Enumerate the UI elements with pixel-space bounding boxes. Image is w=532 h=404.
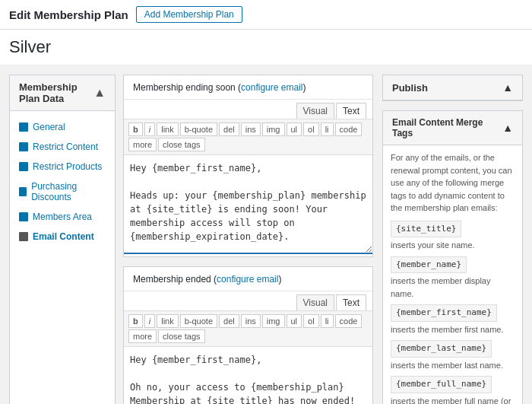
- membership-plan-data-box: Membership Plan Data ▲ General Restrict …: [9, 75, 116, 404]
- restrict-content-icon: [19, 142, 28, 151]
- link-btn-2[interactable]: link: [157, 314, 179, 328]
- merge-tag-desc-member-first-name: inserts the member first name.: [391, 323, 515, 336]
- right-sidebar: Publish ▲ Email Content Merge Tags ▲ For…: [382, 75, 523, 404]
- code-btn-2[interactable]: code: [335, 314, 363, 328]
- merge-tag-desc-member-name: inserts the member display name.: [391, 275, 515, 300]
- editor-toolbar-2: b i link b-quote del ins img ul ol li co…: [124, 311, 372, 347]
- ended-section: Membership ended (configure email) Visua…: [123, 266, 373, 404]
- del-btn-2[interactable]: del: [219, 314, 239, 328]
- full-layout: Membership Plan Data ▲ General Restrict …: [0, 65, 532, 404]
- members-area-icon: [19, 212, 28, 221]
- publish-header: Publish ▲: [383, 75, 522, 100]
- merge-tag-desc-member-last-name: inserts the member last name.: [391, 359, 515, 372]
- sidebar-label-members-area: Members Area: [33, 212, 92, 222]
- sidebar-nav: General Restrict Content Restrict Produc…: [10, 111, 115, 253]
- close-tags-btn-1[interactable]: close tags: [158, 138, 205, 151]
- publish-box: Publish ▲: [382, 75, 523, 101]
- page-title: Edit Membership Plan: [9, 8, 128, 21]
- merge-tag-desc-member-full-name: inserts the member full name (or display…: [391, 395, 515, 405]
- merge-tags-header: Email Content Merge Tags ▲: [383, 111, 522, 145]
- configure-email-link-1[interactable]: configure email: [241, 82, 302, 93]
- merge-tags-box: Email Content Merge Tags ▲ For any of th…: [382, 110, 523, 404]
- sidebar-toggle-icon[interactable]: ▲: [93, 86, 106, 100]
- sidebar-title: Membership Plan Data: [19, 81, 93, 104]
- ol-btn-2[interactable]: ol: [303, 314, 319, 328]
- sidebar-item-general[interactable]: General: [10, 117, 115, 137]
- sidebar-item-email-content[interactable]: Email Content: [10, 227, 115, 247]
- sidebar-label-email-content: Email Content: [33, 231, 94, 242]
- ended-title: Membership ended (configure email): [133, 274, 281, 285]
- del-btn-1[interactable]: del: [219, 122, 239, 136]
- bquote-btn-2[interactable]: b-quote: [180, 314, 217, 328]
- configure-email-link-2[interactable]: configure email: [217, 274, 278, 285]
- code-btn-1[interactable]: code: [335, 122, 363, 136]
- merge-tags-content: For any of the emails, or the renewal pr…: [383, 145, 522, 404]
- close-tags-btn-2[interactable]: close tags: [158, 329, 205, 343]
- left-area: Membership Plan Data ▲ General Restrict …: [9, 75, 373, 404]
- merge-tags-intro: For any of the emails, or the renewal pr…: [391, 151, 515, 215]
- publish-toggle-icon[interactable]: ▲: [502, 81, 513, 94]
- text-tab-2[interactable]: Text: [336, 294, 366, 310]
- publish-title: Publish: [392, 82, 428, 94]
- sidebar-item-restrict-products[interactable]: Restrict Products: [10, 157, 115, 177]
- ul-btn-2[interactable]: ul: [287, 314, 302, 328]
- ended-editor[interactable]: Hey {member_first_name}, Oh no, your acc…: [124, 347, 372, 404]
- ul-btn-1[interactable]: ul: [287, 122, 302, 136]
- sidebar-label-purchasing-discounts: Purchasing Discounts: [31, 181, 106, 202]
- sidebar-header: Membership Plan Data ▲: [10, 75, 115, 111]
- sidebar-item-members-area[interactable]: Members Area: [10, 207, 115, 227]
- ending-soon-editor[interactable]: Hey {member_first_name}, Heads up: your …: [124, 155, 372, 254]
- visual-tab-1[interactable]: Visual: [296, 103, 334, 119]
- italic-btn-2[interactable]: i: [144, 314, 155, 328]
- page-wrapper: Edit Membership Plan Add Membership Plan…: [0, 0, 532, 404]
- editor-tabs-2: Visual Text: [124, 291, 372, 311]
- editor-toolbar-1: b i link b-quote del ins img ul ol li co…: [124, 119, 372, 155]
- li-btn-2[interactable]: li: [321, 314, 334, 328]
- restrict-products-icon: [19, 162, 28, 171]
- merge-tag-code-member-name: {member_name}: [391, 256, 467, 274]
- merge-tag-code-member-first-name: {member_first_name}: [391, 304, 497, 322]
- bquote-btn-1[interactable]: b-quote: [180, 122, 217, 136]
- ending-soon-section: Membership ending soon (configure email)…: [123, 75, 373, 257]
- text-tab-1[interactable]: Text: [336, 103, 366, 119]
- sidebar-item-restrict-content[interactable]: Restrict Content: [10, 137, 115, 157]
- bold-btn-2[interactable]: b: [128, 314, 143, 328]
- sidebar-label-restrict-products: Restrict Products: [33, 161, 102, 172]
- more-btn-1[interactable]: more: [128, 138, 157, 151]
- link-btn-1[interactable]: link: [157, 122, 179, 136]
- merge-tag-member-full-name: {member_full_name} inserts the member fu…: [391, 376, 515, 404]
- merge-tag-member-last-name: {member_last_name} inserts the member la…: [391, 340, 515, 371]
- ins-btn-1[interactable]: ins: [241, 122, 261, 136]
- ol-btn-1[interactable]: ol: [303, 122, 319, 136]
- ins-btn-2[interactable]: ins: [241, 314, 261, 328]
- editor-tabs-1: Visual Text: [124, 100, 372, 119]
- general-icon: [19, 122, 28, 132]
- visual-tab-2[interactable]: Visual: [296, 294, 334, 310]
- merge-tag-code-member-full-name: {member_full_name}: [391, 376, 492, 393]
- page-header: Edit Membership Plan Add Membership Plan: [0, 0, 532, 30]
- more-btn-2[interactable]: more: [128, 329, 157, 343]
- merge-tag-member-first-name: {member_first_name} inserts the member f…: [391, 304, 515, 336]
- merge-tag-site-title: {site_title} inserts your site name.: [391, 221, 515, 252]
- sidebar-label-restrict-content: Restrict Content: [33, 142, 98, 152]
- merge-tag-member-name: {member_name} inserts the member display…: [391, 256, 515, 301]
- italic-btn-1[interactable]: i: [144, 122, 155, 136]
- img-btn-1[interactable]: img: [262, 122, 285, 136]
- sidebar-item-purchasing-discounts[interactable]: Purchasing Discounts: [10, 177, 115, 207]
- merge-tags-title: Email Content Merge Tags: [392, 117, 502, 138]
- ending-soon-header: Membership ending soon (configure email): [124, 75, 372, 100]
- ended-header: Membership ended (configure email): [124, 267, 372, 291]
- img-btn-2[interactable]: img: [262, 314, 285, 328]
- merge-tag-code-site-title: {site_title}: [391, 221, 461, 238]
- li-btn-1[interactable]: li: [321, 122, 334, 136]
- merge-tags-toggle-icon[interactable]: ▲: [502, 122, 513, 134]
- email-content-icon: [19, 232, 28, 241]
- sidebar-label-general: General: [33, 122, 65, 132]
- add-membership-plan-button[interactable]: Add Membership Plan: [136, 6, 242, 23]
- purchasing-discounts-icon: [19, 187, 27, 196]
- merge-tag-code-member-last-name: {member_last_name}: [391, 340, 492, 358]
- merge-tag-desc-site-title: inserts your site name.: [391, 239, 515, 252]
- main-content: Membership ending soon (configure email)…: [123, 75, 373, 404]
- bold-btn-1[interactable]: b: [128, 122, 143, 136]
- ending-soon-title: Membership ending soon (configure email): [133, 82, 306, 93]
